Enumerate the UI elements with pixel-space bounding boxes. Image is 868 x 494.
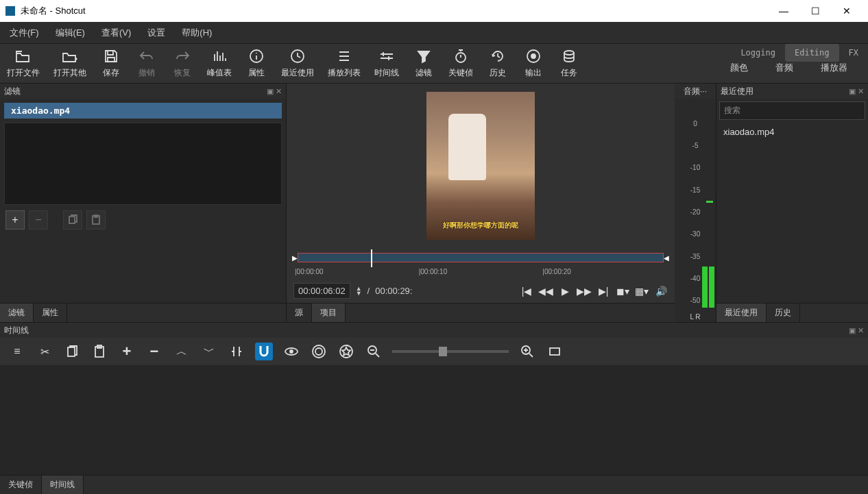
play-icon[interactable]: ▶: [558, 284, 572, 298]
zoom-out-icon[interactable]: [365, 343, 383, 360]
paste-icon[interactable]: [91, 343, 108, 360]
cut-icon[interactable]: ✂: [36, 343, 53, 360]
scrub-preview-icon[interactable]: [282, 343, 300, 360]
open-other-button[interactable]: 打开其他: [47, 44, 93, 83]
timeline-canvas[interactable]: [0, 365, 868, 475]
zoom-slider[interactable]: [392, 350, 509, 353]
menu-edit[interactable]: 编辑(E): [51, 25, 89, 41]
forward-icon[interactable]: ▶▶: [577, 284, 591, 298]
overwrite-icon[interactable]: ﹀: [200, 343, 218, 360]
zoom-in-icon[interactable]: [518, 343, 536, 360]
bottom-tab-keyframes[interactable]: 关键侦: [0, 476, 42, 494]
filter-clip-name[interactable]: xiaodao.mp4: [4, 103, 282, 119]
redo-button[interactable]: 恢复: [165, 44, 200, 83]
video-subtitle: 好啊那你想学哪方面的呢: [443, 221, 518, 230]
timeline-close[interactable]: ▣ ✕: [849, 326, 864, 335]
svg-point-14: [313, 345, 325, 358]
tab-source[interactable]: 源: [287, 304, 312, 322]
ripple-icon[interactable]: [310, 343, 328, 360]
filters-panel-close[interactable]: ▣ ✕: [267, 87, 282, 96]
properties-button[interactable]: 属性: [239, 44, 274, 83]
close-button[interactable]: ✕: [831, 0, 863, 22]
main-toolbar: 打开文件 打开其他 保存 撤销 恢复 峰值表 属性 最近使用 播放列表 时间线 …: [0, 44, 868, 84]
history-icon: [490, 48, 506, 64]
snap-icon[interactable]: [255, 343, 273, 360]
video-preview[interactable]: 好啊那你想学哪方面的呢: [287, 84, 675, 247]
grid-icon[interactable]: ▦▾: [635, 284, 649, 298]
add-filter-button[interactable]: +: [5, 210, 25, 230]
hamburger-menu-icon[interactable]: ≡: [8, 343, 26, 360]
audio-meter-panel: 音频··· 0 -5 -10 -15 -20 -30 -35 -40 -50 L…: [675, 84, 716, 322]
recent-panel-close[interactable]: ▣ ✕: [849, 87, 864, 96]
out-point-icon[interactable]: ◀: [664, 254, 669, 262]
playlist-button[interactable]: 播放列表: [321, 44, 367, 83]
save-button[interactable]: 保存: [93, 44, 129, 83]
rewind-icon[interactable]: ◀◀: [539, 284, 553, 298]
timeline-title: 时间线: [4, 325, 29, 336]
player-scrubber[interactable]: ▶ ◀: [287, 247, 675, 268]
mode-editing[interactable]: Editing: [785, 44, 839, 62]
bottom-tab-timeline[interactable]: 时间线: [42, 476, 84, 494]
timecode-stepper-icon[interactable]: ▲▼: [356, 286, 362, 296]
tab-filters[interactable]: 滤镜: [0, 304, 34, 322]
timeline-toolbar: ≡ ✂ + − ︿ ﹀: [0, 338, 868, 365]
paste-filter-button[interactable]: [86, 210, 106, 230]
list-icon: [336, 48, 352, 64]
filters-button[interactable]: 滤镜: [406, 44, 442, 83]
mode-logging[interactable]: Logging: [731, 44, 785, 62]
jobs-button[interactable]: 任务: [551, 44, 587, 83]
minimize-button[interactable]: —: [768, 0, 799, 22]
timeline-button[interactable]: 时间线: [367, 44, 406, 83]
stopwatch-icon: [453, 48, 469, 64]
menu-help[interactable]: 帮助(H): [178, 25, 216, 41]
copy-icon[interactable]: [63, 343, 81, 360]
bottom-tabs: 关键侦 时间线: [0, 475, 868, 494]
split-icon[interactable]: [228, 343, 245, 360]
mode-player[interactable]: 播放器: [821, 62, 847, 74]
volume-icon[interactable]: 🔊: [654, 284, 668, 298]
undo-button[interactable]: 撤销: [129, 44, 165, 83]
svg-rect-6: [69, 217, 75, 223]
zoom-fit-timeline-icon[interactable]: [546, 343, 564, 360]
in-point-icon[interactable]: ▶: [292, 254, 298, 262]
menu-file[interactable]: 文件(F): [5, 25, 43, 41]
player-panel: 好啊那你想学哪方面的呢 ▶ ◀ |00:00:00 |00:00:10 |00:…: [287, 84, 675, 322]
recent-search-input[interactable]: 搜索: [719, 101, 865, 120]
mode-fx[interactable]: FX: [839, 44, 868, 62]
playhead[interactable]: [371, 249, 372, 267]
keyframes-button[interactable]: 关键侦: [442, 44, 480, 83]
skip-end-icon[interactable]: ▶|: [596, 284, 610, 298]
window-title: 未命名 - Shotcut: [21, 5, 86, 17]
skip-start-icon[interactable]: |◀: [520, 284, 533, 298]
mode-color[interactable]: 颜色: [730, 62, 748, 74]
remove-icon[interactable]: −: [145, 343, 163, 360]
funnel-icon: [415, 48, 432, 64]
zoom-fit-icon[interactable]: ◼▾: [616, 284, 629, 298]
peak-meter-button[interactable]: 峰值表: [200, 44, 239, 83]
copy-filter-button[interactable]: [63, 210, 82, 230]
tab-properties[interactable]: 属性: [34, 304, 67, 322]
tab-project[interactable]: 项目: [312, 304, 346, 322]
lift-icon[interactable]: ︿: [173, 343, 191, 360]
remove-filter-button[interactable]: −: [29, 210, 48, 230]
history-button[interactable]: 历史: [480, 44, 516, 83]
maximize-button[interactable]: ☐: [799, 0, 831, 22]
menu-view[interactable]: 查看(V): [97, 25, 135, 41]
window-titlebar: 未命名 - Shotcut — ☐ ✕: [0, 0, 868, 22]
mode-audio[interactable]: 音频: [775, 62, 793, 74]
lr-label: L R: [675, 312, 716, 322]
recent-item[interactable]: xiaodao.mp4: [716, 123, 868, 141]
tab-history[interactable]: 历史: [767, 304, 800, 322]
open-file-button[interactable]: 打开文件: [0, 44, 47, 83]
folder-open-icon: [15, 48, 32, 64]
timeline-icon: [378, 48, 395, 64]
timecode-current[interactable]: 00:00:06:02: [293, 283, 350, 299]
export-button[interactable]: 输出: [516, 44, 551, 83]
append-icon[interactable]: +: [118, 343, 136, 360]
menu-settings[interactable]: 设置: [143, 25, 169, 41]
db-scale: 0 -5 -10 -15 -20 -30 -35 -40 -50: [675, 99, 716, 312]
tab-recent[interactable]: 最近使用: [716, 304, 767, 322]
recent-button[interactable]: 最近使用: [274, 44, 321, 83]
ripple-all-icon[interactable]: [337, 343, 355, 360]
transport-bar: 00:00:06:02 ▲▼ / 00:00:29: |◀ ◀◀ ▶ ▶▶ ▶|…: [287, 279, 675, 303]
